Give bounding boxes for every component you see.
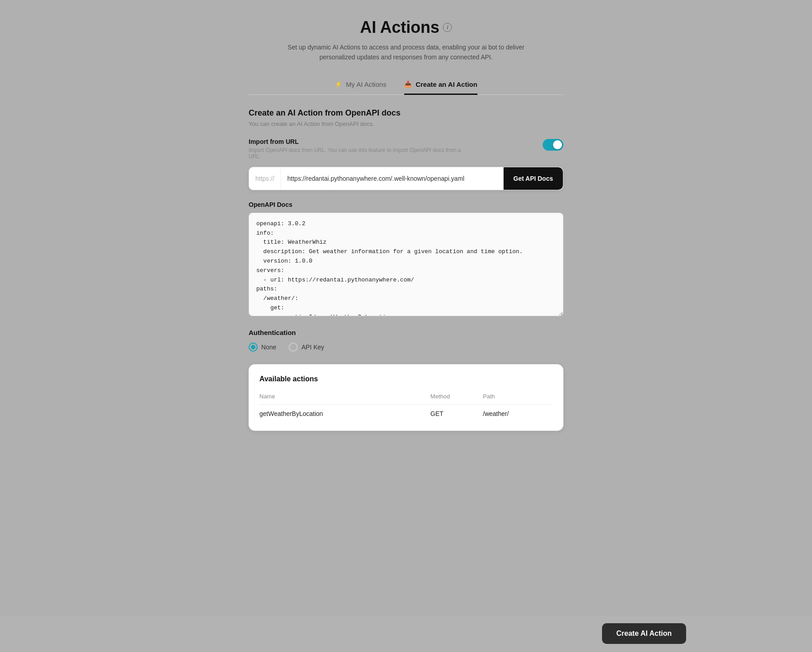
tabs: ⚡ My AI Actions 📥 Create an AI Action (249, 76, 563, 95)
auth-option-none[interactable]: None (249, 343, 276, 352)
section-subtitle: You can create an AI Action from OpenAPI… (249, 121, 563, 127)
import-url-desc: Import OpenAPI docs from URL. You can us… (249, 147, 464, 160)
get-api-button[interactable]: Get API Docs (504, 167, 563, 190)
page-title-text: AI Actions (360, 18, 440, 37)
section-title: Create an AI Action from OpenAPI docs (249, 108, 563, 118)
url-input-row: https:// Get API Docs (249, 167, 563, 190)
url-input[interactable] (281, 167, 504, 190)
import-url-label: Import from URL (249, 138, 464, 145)
main-container: Create an AI Action from OpenAPI docs Yo… (249, 108, 563, 444)
auth-apikey-label: API Key (301, 344, 324, 351)
create-ai-action-button[interactable]: Create AI Action (602, 623, 686, 644)
auth-none-label: None (261, 344, 276, 351)
auth-option-api-key[interactable]: API Key (289, 343, 324, 352)
tab-my-ai-actions-label: My AI Actions (346, 80, 386, 88)
import-url-toggle[interactable] (543, 139, 563, 151)
col-method: Method (430, 390, 483, 405)
authentication-radio-group: None API Key (249, 343, 563, 352)
info-icon[interactable]: i (443, 23, 452, 32)
cell-path: /weather/ (483, 404, 553, 420)
available-actions-card: Available actions Name Method Path getWe… (249, 364, 563, 431)
import-url-toggle-row: Import from URL Import OpenAPI docs from… (249, 138, 563, 160)
col-path: Path (483, 390, 553, 405)
tab-create-ai-action[interactable]: 📥 Create an AI Action (404, 76, 477, 95)
radio-none-circle (249, 343, 258, 352)
table-header-row: Name Method Path (259, 390, 553, 405)
cell-method: GET (430, 404, 483, 420)
available-actions-title: Available actions (259, 375, 553, 383)
table-row: getWeatherByLocation GET /weather/ (259, 404, 553, 420)
radio-apikey-circle (289, 343, 298, 352)
tab-create-ai-action-label: Create an AI Action (415, 80, 477, 88)
openapi-docs-label: OpenAPI Docs (249, 201, 563, 208)
page-subtitle: Set up dynamic AI Actions to access and … (280, 42, 532, 63)
page-header: AI Actions i Set up dynamic AI Actions t… (280, 18, 532, 63)
url-prefix: https:// (249, 167, 281, 190)
actions-table: Name Method Path getWeatherByLocation GE… (259, 390, 553, 420)
col-name: Name (259, 390, 430, 405)
footer-bar: Create AI Action (0, 615, 812, 652)
openapi-docs-textarea[interactable] (249, 213, 563, 316)
tab-my-ai-actions[interactable]: ⚡ My AI Actions (335, 76, 386, 95)
page-title: AI Actions i (280, 18, 532, 37)
authentication-label: Authentication (249, 329, 563, 336)
lightning-icon: ⚡ (335, 80, 342, 88)
import-icon: 📥 (404, 80, 412, 88)
cell-name: getWeatherByLocation (259, 404, 430, 420)
radio-none-dot (251, 345, 255, 349)
import-url-info: Import from URL Import OpenAPI docs from… (249, 138, 464, 160)
toggle-knob (553, 140, 562, 149)
